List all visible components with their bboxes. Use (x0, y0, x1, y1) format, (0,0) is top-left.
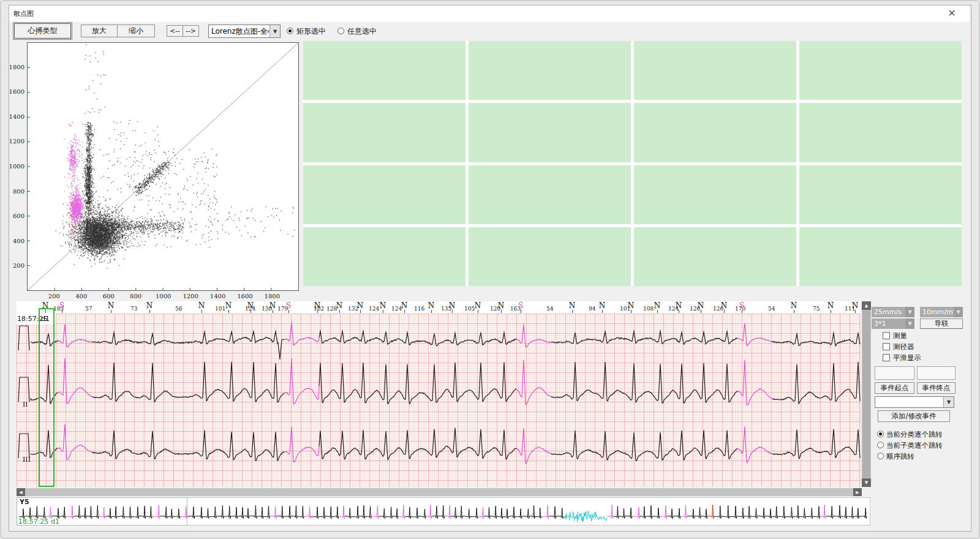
template-cell[interactable] (469, 103, 631, 162)
plot-type-select[interactable]: Lorenz散点图-全心 ▼ (208, 24, 281, 38)
beat-label[interactable]: N (427, 301, 435, 310)
beat-template-grid[interactable] (303, 41, 962, 286)
beat-label[interactable]: N (720, 301, 728, 310)
rr-value: 124 (369, 306, 379, 312)
beat-label[interactable]: N (790, 301, 798, 310)
ecg-paper[interactable] (17, 314, 861, 487)
beat-label[interactable]: S (737, 301, 746, 310)
scroll-down-icon[interactable]: ▼ (862, 478, 871, 487)
gain-select[interactable]: 10mm/mV ▼ (920, 307, 963, 317)
jump-mode-radio-1[interactable] (877, 431, 884, 437)
checkbox-2[interactable] (883, 343, 890, 350)
jump-mode-radio-2[interactable] (877, 442, 884, 448)
template-cell[interactable] (303, 41, 466, 100)
event-type-select[interactable]: ▼ (875, 396, 954, 408)
beat-label[interactable]: N (197, 301, 206, 310)
add-event-button[interactable]: 添加/修改事件 (878, 410, 950, 422)
chevron-down-icon[interactable]: ▼ (270, 25, 280, 37)
vertical-scrollbar-thumb[interactable] (862, 311, 870, 478)
beat-tick (273, 310, 273, 313)
next-button[interactable]: --> (183, 25, 199, 37)
beat-tick (404, 310, 405, 313)
beat-label[interactable]: N (653, 301, 662, 310)
event-start-field[interactable] (875, 366, 914, 380)
beat-label[interactable]: N (568, 301, 576, 310)
template-cell[interactable] (469, 227, 631, 286)
ecg-trace-canvas[interactable] (17, 314, 861, 487)
beat-label[interactable]: N (246, 301, 255, 310)
checkbox-3[interactable] (883, 354, 890, 361)
beat-label[interactable]: N (627, 301, 635, 310)
selected-beat-box[interactable] (39, 308, 55, 487)
template-cell[interactable] (634, 227, 796, 286)
template-cell[interactable] (303, 103, 466, 162)
free-select-radio[interactable] (337, 28, 344, 34)
speed-select[interactable]: 25mm/s ▼ (872, 307, 914, 317)
beat-label[interactable]: N (400, 301, 409, 310)
template-cell[interactable] (799, 227, 962, 286)
leads-button[interactable]: 导联 (920, 318, 963, 329)
beat-label[interactable]: N (379, 301, 387, 310)
beat-label[interactable]: S (516, 301, 525, 310)
beat-label[interactable]: S (58, 301, 66, 310)
jump-mode-radio-3[interactable] (877, 453, 884, 459)
template-cell[interactable] (799, 103, 962, 162)
gain-value: 10mm/mV (920, 308, 954, 316)
template-cell[interactable] (799, 41, 962, 100)
checkbox-1[interactable] (883, 332, 890, 339)
beat-label[interactable]: N (826, 301, 835, 310)
beat-label[interactable]: N (313, 301, 322, 310)
rect-select-label: 矩形选中 (296, 26, 326, 37)
template-cell[interactable] (799, 165, 962, 224)
event-end-button[interactable]: 事件终点 (917, 382, 956, 394)
template-cell[interactable] (634, 165, 796, 224)
beat-label[interactable]: N (851, 301, 859, 310)
horizontal-scrollbar[interactable] (25, 488, 853, 496)
zoom-in-button[interactable]: 放大 (81, 24, 118, 37)
beat-label[interactable]: N (356, 301, 364, 310)
template-cell[interactable] (303, 165, 466, 224)
beat-label[interactable]: N (473, 301, 482, 310)
event-start-button[interactable]: 事件起点 (875, 382, 914, 394)
rr-value: 73 (130, 306, 137, 312)
lorenz-scatter-plot[interactable] (27, 42, 299, 291)
zoom-out-button[interactable]: 缩小 (117, 24, 155, 37)
beat-label[interactable]: N (598, 301, 606, 310)
close-icon[interactable]: × (946, 7, 958, 19)
scroll-up-icon[interactable]: ▲ (862, 301, 871, 310)
beat-label[interactable]: S (284, 301, 293, 310)
checkbox-label: 平滑显示 (893, 353, 921, 363)
scroll-right-icon[interactable]: ▶ (853, 488, 862, 496)
beat-tick (111, 310, 111, 313)
beat-label[interactable]: N (107, 301, 115, 310)
chevron-down-icon[interactable]: ▼ (905, 318, 914, 329)
event-end-field[interactable] (917, 366, 956, 380)
beat-label[interactable]: N (696, 301, 705, 310)
beat-type-button[interactable]: 心搏类型 (14, 23, 71, 39)
scatter-canvas[interactable] (28, 43, 298, 290)
rect-select-radio[interactable] (287, 28, 293, 34)
template-cell[interactable] (634, 103, 796, 162)
prev-button[interactable]: <-- (167, 25, 183, 37)
chevron-down-icon[interactable]: ▼ (905, 307, 914, 317)
template-cell[interactable] (634, 41, 796, 100)
template-cell[interactable] (469, 41, 631, 100)
beat-label[interactable]: N (448, 301, 456, 310)
beat-label[interactable]: N (268, 301, 277, 310)
beat-label[interactable]: N (335, 301, 344, 310)
layout-select[interactable]: 3*1 ▼ (872, 318, 914, 329)
beat-tick (431, 310, 432, 313)
template-cell[interactable] (469, 165, 631, 224)
beat-label[interactable]: N (224, 301, 233, 310)
template-cell[interactable] (303, 227, 466, 286)
beat-label[interactable]: N (497, 301, 505, 310)
scroll-left-icon[interactable]: ◀ (17, 488, 25, 496)
beat-tick (521, 310, 521, 313)
beat-label[interactable]: N (145, 301, 154, 310)
beat-label[interactable]: N (674, 301, 683, 310)
rr-value: 54 (768, 306, 775, 312)
chevron-down-icon[interactable]: ▼ (943, 397, 954, 407)
beat-tick (478, 310, 478, 313)
chevron-down-icon[interactable]: ▼ (954, 307, 963, 317)
y-tick-label: 1400 (6, 113, 24, 120)
